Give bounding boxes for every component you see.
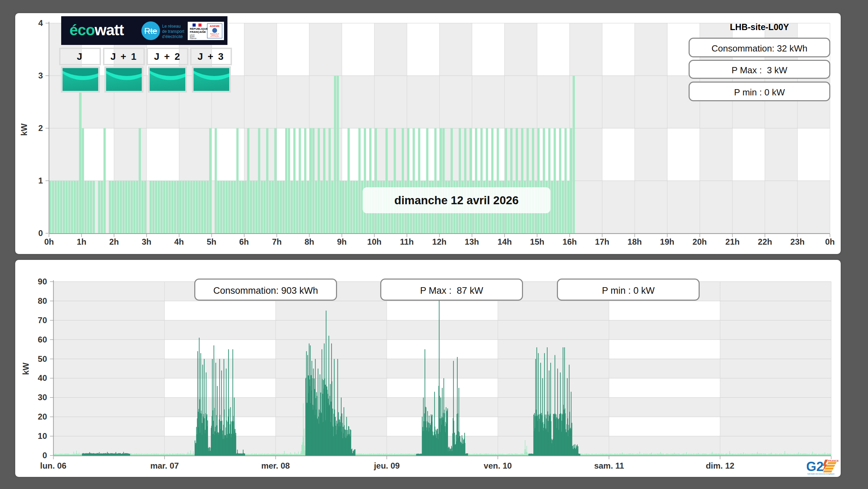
svg-text:60: 60 bbox=[38, 335, 47, 344]
svg-text:3: 3 bbox=[38, 71, 43, 80]
svg-text:70: 70 bbox=[38, 316, 47, 325]
svg-text:0: 0 bbox=[38, 228, 43, 238]
svg-text:80: 80 bbox=[38, 296, 47, 305]
svg-text:1: 1 bbox=[38, 176, 43, 185]
svg-text:10h: 10h bbox=[367, 237, 381, 246]
svg-text:ven. 10: ven. 10 bbox=[484, 461, 512, 470]
svg-text:16h: 16h bbox=[562, 237, 577, 246]
svg-text:23h: 23h bbox=[790, 237, 804, 246]
svg-text:20: 20 bbox=[38, 412, 47, 421]
svg-text:7h: 7h bbox=[272, 237, 282, 246]
svg-text:9h: 9h bbox=[337, 237, 347, 246]
svg-text:mer. 08: mer. 08 bbox=[261, 461, 290, 470]
svg-text:FRANCE: FRANCE bbox=[828, 459, 839, 462]
svg-text:kW: kW bbox=[19, 123, 29, 136]
svg-text:4: 4 bbox=[38, 18, 43, 28]
svg-text:3h: 3h bbox=[142, 237, 151, 246]
svg-text:1h: 1h bbox=[77, 237, 86, 246]
svg-text:12h: 12h bbox=[432, 237, 446, 246]
svg-text:13h: 13h bbox=[465, 237, 479, 246]
svg-text:Optimisation des ressources én: Optimisation des ressources énergétiques bbox=[807, 473, 834, 475]
svg-text:6h: 6h bbox=[239, 237, 249, 246]
svg-text:19h: 19h bbox=[660, 237, 674, 246]
svg-text:10: 10 bbox=[38, 431, 47, 441]
svg-text:40: 40 bbox=[38, 373, 47, 383]
svg-text:90: 90 bbox=[38, 277, 47, 286]
svg-text:21h: 21h bbox=[725, 237, 739, 246]
svg-text:0h: 0h bbox=[44, 237, 54, 246]
svg-text:22h: 22h bbox=[758, 237, 772, 246]
svg-text:2h: 2h bbox=[109, 237, 119, 246]
svg-text:5h: 5h bbox=[207, 237, 216, 246]
svg-text:15h: 15h bbox=[530, 237, 544, 246]
svg-text:kW: kW bbox=[21, 363, 30, 375]
svg-text:11h: 11h bbox=[400, 237, 414, 246]
svg-text:14h: 14h bbox=[497, 237, 512, 246]
svg-text:20h: 20h bbox=[692, 237, 707, 246]
svg-text:8h: 8h bbox=[305, 237, 314, 246]
svg-text:0: 0 bbox=[43, 451, 47, 460]
svg-text:4h: 4h bbox=[174, 237, 184, 246]
svg-text:G2: G2 bbox=[807, 459, 824, 474]
svg-text:17h: 17h bbox=[595, 237, 609, 246]
svg-text:dim. 12: dim. 12 bbox=[706, 461, 735, 470]
svg-text:30: 30 bbox=[38, 393, 47, 402]
svg-text:0h: 0h bbox=[825, 237, 835, 246]
svg-text:2: 2 bbox=[38, 123, 43, 133]
svg-text:lun. 06: lun. 06 bbox=[40, 461, 66, 470]
svg-text:jeu. 09: jeu. 09 bbox=[374, 461, 400, 470]
svg-text:18h: 18h bbox=[627, 237, 642, 246]
svg-text:50: 50 bbox=[38, 354, 47, 364]
svg-text:sam. 11: sam. 11 bbox=[594, 461, 624, 470]
svg-text:mar. 07: mar. 07 bbox=[150, 461, 179, 470]
